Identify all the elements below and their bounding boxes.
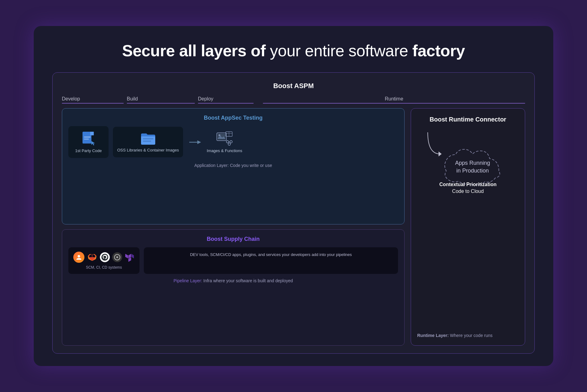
- svg-point-13: [230, 141, 232, 143]
- phase-labels: Develop Build Deploy Runtime: [62, 96, 525, 104]
- svg-text:in Production: in Production: [456, 168, 489, 174]
- supply-items: SCM, CI, CD systems DEV tools, SCM/CI/CD…: [68, 247, 398, 274]
- images-item: Images & Functions: [207, 131, 242, 153]
- images-icon: [216, 131, 233, 146]
- terraform-svg: [125, 253, 134, 262]
- svg-rect-3: [143, 141, 151, 142]
- oss-label: OSS Libraries & Container Images: [117, 148, 179, 152]
- content-area: Boost AppSec Testing: [62, 108, 525, 346]
- phase-develop: Develop: [62, 96, 124, 104]
- runtime-column: Boost Runtime Connector Apps Running: [411, 108, 525, 346]
- first-party-item: 1st Party Code: [68, 126, 109, 158]
- appsec-title: Boost AppSec Testing: [68, 115, 398, 121]
- arrow-right-icon: [189, 138, 201, 146]
- svg-point-21: [116, 256, 118, 258]
- svg-point-8: [219, 134, 221, 136]
- circleci-svg: [114, 254, 121, 261]
- svg-point-12: [226, 141, 229, 143]
- svg-marker-5: [197, 140, 201, 144]
- github-icon: [100, 252, 110, 262]
- scm-item: SCM, CI, CD systems: [68, 247, 139, 274]
- contextual-title: Contextual Prioritization: [417, 182, 519, 187]
- gitlab-icon: [87, 252, 97, 262]
- phase-deploy: Deploy: [198, 96, 254, 104]
- scm-icons: [73, 252, 135, 263]
- contextual-area: Contextual Prioritization Code to Cloud: [417, 182, 519, 200]
- avatar-icon: [73, 252, 84, 263]
- code-to-cloud: Code to Cloud: [417, 189, 519, 194]
- svg-marker-26: [439, 151, 442, 156]
- person-icon: [76, 254, 82, 260]
- svg-rect-0: [83, 132, 92, 143]
- first-party-label: 1st Party Code: [75, 148, 102, 153]
- scm-label: SCM, CI, CD systems: [86, 265, 122, 270]
- supply-box: Boost Supply Chain: [62, 229, 405, 346]
- phase-build: Build: [127, 96, 195, 104]
- gitlab-svg: [87, 252, 97, 262]
- pipeline-label: Pipeline Layer: Infra where your softwar…: [68, 278, 398, 283]
- main-card: Secure all layers of your entire softwar…: [34, 26, 553, 366]
- file-icon: [82, 131, 95, 146]
- left-column: Boost AppSec Testing: [62, 108, 405, 346]
- appsec-box: Boost AppSec Testing: [62, 108, 405, 224]
- app-layer-label: Application Layer: Code you write or use: [68, 163, 398, 168]
- svg-marker-25: [131, 254, 134, 258]
- svg-text:Apps Running: Apps Running: [455, 160, 490, 166]
- appsec-items: 1st Party Code OSS Libraries & Container…: [68, 126, 398, 158]
- runtime-title: Boost Runtime Connector: [417, 116, 519, 123]
- dev-tools-text: DEV tools, SCM/CI/CD apps, plugins, and …: [190, 252, 352, 258]
- arrow-container: [187, 138, 202, 146]
- supply-title: Boost Supply Chain: [68, 236, 398, 242]
- page-title: Secure all layers of your entire softwar…: [122, 41, 465, 60]
- terraform-icon: [125, 252, 135, 262]
- svg-marker-22: [125, 254, 128, 258]
- oss-item: OSS Libraries & Container Images: [113, 127, 183, 157]
- title-text: Secure all layers of your entire softwar…: [122, 42, 465, 60]
- images-label: Images & Functions: [207, 148, 242, 153]
- dev-tools-item: DEV tools, SCM/CI/CD apps, plugins, and …: [144, 247, 398, 274]
- aspm-title: Boost ASPM: [62, 82, 525, 90]
- aspm-card: Boost ASPM Develop Build Deploy Runtime …: [52, 72, 535, 354]
- folder-icon: [140, 132, 156, 145]
- svg-rect-2: [143, 138, 153, 139]
- github-svg: [101, 254, 108, 261]
- runtime-layer-label: Runtime Layer: Where your code runs: [417, 333, 519, 338]
- svg-point-18: [78, 255, 80, 258]
- circleci-icon: [112, 252, 122, 262]
- svg-rect-1: [90, 132, 94, 135]
- phase-runtime: Runtime: [263, 96, 525, 104]
